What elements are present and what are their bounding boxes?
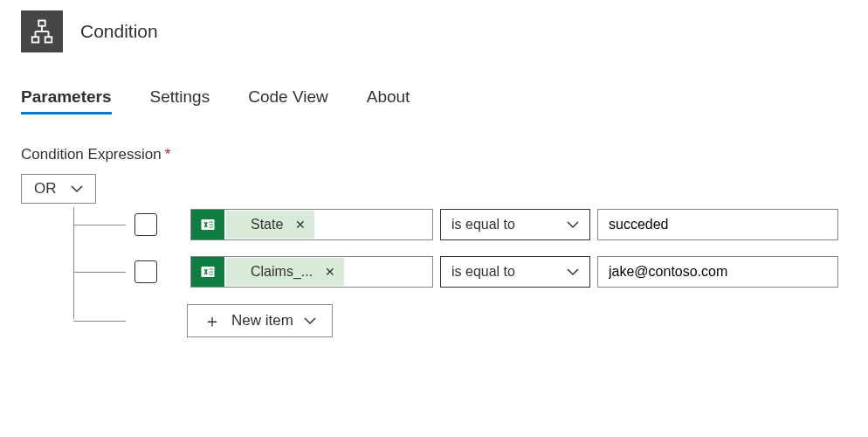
field-label: Condition Expression* xyxy=(21,146,847,163)
action-title: Condition xyxy=(80,21,158,42)
tabs: Parameters Settings Code View About xyxy=(21,87,847,114)
operator-value: is equal to xyxy=(451,264,515,280)
token-label: Claims_... xyxy=(251,264,313,280)
group-operator-select[interactable]: OR xyxy=(21,174,96,204)
operator-value: is equal to xyxy=(451,217,515,232)
condition-expression: OR State ✕ is equal to xyxy=(21,174,847,340)
row-checkbox[interactable] xyxy=(134,213,157,236)
plus-icon: ＋ xyxy=(203,312,221,329)
operator-select[interactable]: is equal to xyxy=(440,209,590,240)
new-item-label: New item xyxy=(231,312,293,329)
tree-line-horizontal xyxy=(73,321,126,322)
token-remove-icon[interactable]: ✕ xyxy=(325,265,335,279)
field-label-text: Condition Expression xyxy=(21,146,162,163)
tab-about[interactable]: About xyxy=(367,87,410,114)
token-remove-icon[interactable]: ✕ xyxy=(295,218,306,232)
token-pill: Claims_... ✕ xyxy=(226,258,344,286)
tree-line-horizontal xyxy=(73,225,126,225)
svg-rect-0 xyxy=(38,21,45,26)
token-pill: State ✕ xyxy=(226,211,314,239)
right-operand-input[interactable] xyxy=(597,209,838,240)
chevron-down-icon xyxy=(567,218,579,231)
chevron-down-icon xyxy=(71,183,83,195)
svg-rect-2 xyxy=(45,37,52,42)
tab-codeview[interactable]: Code View xyxy=(248,87,328,114)
left-operand-field[interactable]: Claims_... ✕ xyxy=(190,256,433,288)
condition-row: Claims_... ✕ is equal to xyxy=(73,254,847,289)
row-checkbox[interactable] xyxy=(134,260,157,283)
tab-parameters[interactable]: Parameters xyxy=(21,87,112,114)
right-operand-input[interactable] xyxy=(597,256,838,288)
excel-icon xyxy=(191,209,224,240)
required-indicator: * xyxy=(165,146,171,163)
group-operator-value: OR xyxy=(34,180,57,198)
condition-icon xyxy=(21,10,63,52)
action-header: Condition xyxy=(21,10,847,52)
excel-icon xyxy=(191,256,224,288)
condition-row: State ✕ is equal to xyxy=(73,207,847,242)
token-label: State xyxy=(251,217,283,232)
left-operand-field[interactable]: State ✕ xyxy=(190,209,433,240)
chevron-down-icon xyxy=(304,315,316,327)
operator-select[interactable]: is equal to xyxy=(440,256,590,288)
new-item-row: ＋ New item xyxy=(73,302,847,340)
svg-rect-1 xyxy=(32,37,39,42)
new-item-button[interactable]: ＋ New item xyxy=(187,304,333,337)
tab-settings[interactable]: Settings xyxy=(150,87,210,114)
chevron-down-icon xyxy=(567,266,579,278)
tree-line-horizontal xyxy=(73,272,126,273)
